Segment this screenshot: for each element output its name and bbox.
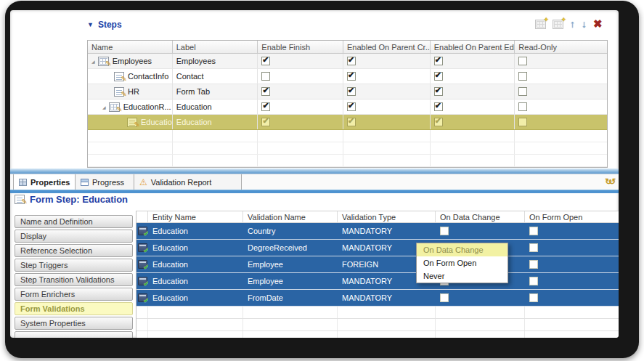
on-form-open-checkbox[interactable] bbox=[529, 227, 538, 235]
validation-row-employee-mandatory[interactable]: ✔ Education Employee MANDATORY bbox=[136, 273, 619, 290]
enabled-on-parent-edit-checkbox[interactable] bbox=[434, 102, 443, 111]
enable-finish-checkbox[interactable] bbox=[261, 102, 270, 111]
enabled-on-parent-edit-checkbox[interactable] bbox=[434, 57, 443, 65]
enabled-on-parent-create-checkbox[interactable] bbox=[347, 87, 356, 96]
move-up-icon[interactable]: ↑ bbox=[570, 19, 575, 29]
form-step-icon: ✎ bbox=[114, 87, 124, 97]
validation-name: Employee bbox=[243, 273, 338, 289]
column-header-label[interactable]: Label bbox=[173, 41, 258, 54]
pencil-icon: ✎ bbox=[116, 105, 122, 113]
pencil-icon: ✎ bbox=[105, 60, 111, 68]
sidebar-item-name-and-definition[interactable]: Name and Definition bbox=[15, 215, 133, 228]
column-header-name[interactable]: Name bbox=[88, 41, 173, 54]
column-header-enabled-on-parent-edit[interactable]: Enabled On Parent Edit bbox=[431, 41, 515, 54]
step-name: EducationR... bbox=[123, 102, 171, 111]
move-down-icon[interactable]: ↓ bbox=[582, 19, 587, 29]
on-form-open-checkbox[interactable] bbox=[529, 293, 538, 302]
on-form-open-checkbox[interactable] bbox=[529, 260, 538, 269]
delete-step-icon[interactable]: ✖ bbox=[593, 19, 603, 29]
add-table-step-icon[interactable]: ✦ bbox=[535, 20, 546, 29]
sidebar-item-step-triggers[interactable]: Step Triggers bbox=[15, 259, 133, 272]
table-step-icon: ✎ bbox=[109, 102, 120, 112]
empty-row bbox=[88, 142, 607, 155]
steps-table: Name Label Enable Finish Enabled On Pare… bbox=[87, 40, 608, 168]
tab-properties[interactable]: Properties × bbox=[13, 174, 76, 190]
entity-name: Education bbox=[148, 223, 243, 239]
sidebar-item-step-transition-validations[interactable]: Step Transition Validations bbox=[15, 273, 133, 286]
check-icon: ✔ bbox=[144, 280, 148, 288]
read-only-checkbox[interactable] bbox=[518, 57, 527, 65]
read-only-checkbox[interactable] bbox=[518, 102, 527, 111]
sidebar-item-system-properties[interactable]: System Properties bbox=[15, 317, 133, 330]
enabled-on-parent-create-checkbox[interactable] bbox=[347, 118, 356, 126]
on-data-change-checkbox[interactable] bbox=[440, 293, 449, 302]
steps-row-education-selected[interactable]: ✎ Education Education bbox=[88, 115, 607, 130]
steps-row-hr[interactable]: ✎ HR Form Tab bbox=[88, 84, 607, 100]
enabled-on-parent-edit-checkbox[interactable] bbox=[434, 87, 443, 96]
pencil-icon: ✎ bbox=[121, 75, 127, 83]
validation-row-degreereceived[interactable]: ✔ Education DegreeReceived MANDATORY bbox=[136, 240, 619, 256]
step-label: Form Tab bbox=[173, 84, 258, 99]
step-name-cell: ◢ ✎ EducationR... bbox=[88, 100, 173, 114]
on-data-change-checkbox[interactable] bbox=[440, 227, 449, 235]
column-header-entity-name[interactable]: Entity Name bbox=[148, 211, 243, 222]
column-header-on-form-open[interactable]: On Form Open bbox=[525, 211, 619, 222]
empty-row bbox=[136, 331, 619, 338]
steps-section-header[interactable]: ▼ Steps bbox=[87, 20, 122, 30]
column-header-validation-name[interactable]: Validation Name bbox=[243, 211, 338, 222]
enabled-on-parent-create-checkbox[interactable] bbox=[347, 102, 356, 111]
enabled-on-parent-create-checkbox[interactable] bbox=[347, 57, 356, 65]
enabled-on-parent-create-checkbox[interactable] bbox=[347, 72, 356, 81]
menu-item-on-data-change[interactable]: On Data Change bbox=[417, 243, 508, 256]
sidebar-item-form-validations[interactable]: Form Validations bbox=[15, 302, 133, 315]
on-form-open-checkbox[interactable] bbox=[529, 243, 538, 252]
column-header-on-data-change[interactable]: On Data Change bbox=[436, 211, 525, 222]
tab-validation-report[interactable]: ⚠ Validation Report bbox=[134, 174, 242, 190]
enable-finish-checkbox[interactable] bbox=[261, 118, 270, 126]
check-icon: ✔ bbox=[144, 246, 148, 254]
section-collapse-icon[interactable]: ▼ bbox=[87, 21, 94, 28]
steps-row-contactinfo[interactable]: ✎ ContactInfo Contact bbox=[88, 69, 607, 84]
step-name-cell: ✎ ContactInfo bbox=[88, 69, 173, 84]
enabled-on-parent-edit-checkbox[interactable] bbox=[434, 118, 443, 126]
read-only-checkbox[interactable] bbox=[518, 72, 527, 81]
tree-expander-icon[interactable]: ◢ bbox=[91, 59, 95, 64]
column-header-validation-type[interactable]: Validation Type bbox=[338, 211, 436, 222]
sidebar-item-form-enrichers[interactable]: Form Enrichers bbox=[15, 288, 133, 301]
read-only-checkbox[interactable] bbox=[518, 118, 527, 126]
properties-sidebar: Name and Definition Display Reference Se… bbox=[15, 215, 133, 338]
sync-icon[interactable]: ↻↺ bbox=[605, 177, 612, 187]
tree-expander-icon[interactable]: ◢ bbox=[102, 105, 106, 110]
read-only-checkbox[interactable] bbox=[518, 87, 527, 96]
validation-row-employee-foreign[interactable]: ✔ Education Employee FOREIGN bbox=[136, 256, 619, 273]
steps-table-header: Name Label Enable Finish Enabled On Pare… bbox=[88, 41, 607, 54]
enable-finish-checkbox[interactable] bbox=[261, 87, 270, 96]
sidebar-item-partial[interactable] bbox=[15, 331, 133, 338]
enable-finish-checkbox[interactable] bbox=[261, 57, 270, 65]
entity-name: Education bbox=[148, 273, 243, 289]
validation-icon: ✔ bbox=[138, 260, 147, 269]
validation-row-country[interactable]: ✔ Education Country MANDATORY bbox=[136, 223, 619, 240]
enable-finish-checkbox[interactable] bbox=[261, 72, 270, 81]
sidebar-item-display[interactable]: Display bbox=[15, 230, 133, 243]
validation-row-fromdate[interactable]: ✔ Education FromDate MANDATORY bbox=[136, 290, 619, 307]
column-header-enable-finish[interactable]: Enable Finish bbox=[258, 41, 343, 54]
add-form-step-icon[interactable]: ✦ bbox=[553, 20, 563, 29]
validation-type: MANDATORY bbox=[338, 223, 436, 239]
steps-row-employees[interactable]: ◢ ✎ Employees Employees bbox=[88, 54, 607, 69]
steps-row-educationr[interactable]: ◢ ✎ EducationR... Education bbox=[88, 100, 607, 115]
enabled-on-parent-edit-checkbox[interactable] bbox=[434, 72, 443, 81]
column-header-read-only[interactable]: Read-Only bbox=[515, 41, 607, 54]
validation-name: Employee bbox=[243, 256, 338, 272]
panel-sash[interactable] bbox=[10, 169, 619, 174]
pencil-icon: ✎ bbox=[134, 121, 140, 129]
column-header-enabled-on-parent-create[interactable]: Enabled On Parent Cr... bbox=[343, 41, 431, 54]
tab-progress[interactable]: Progress bbox=[76, 174, 134, 190]
sidebar-item-reference-selection[interactable]: Reference Selection bbox=[15, 244, 133, 257]
validation-icon: ✔ bbox=[138, 293, 147, 302]
progress-icon bbox=[81, 179, 89, 186]
menu-item-on-form-open[interactable]: On Form Open bbox=[417, 256, 508, 269]
view-tab-bar: Properties × Progress ⚠ Validation Repor… bbox=[10, 174, 619, 190]
menu-item-never[interactable]: Never bbox=[417, 269, 508, 283]
on-form-open-checkbox[interactable] bbox=[529, 277, 538, 285]
